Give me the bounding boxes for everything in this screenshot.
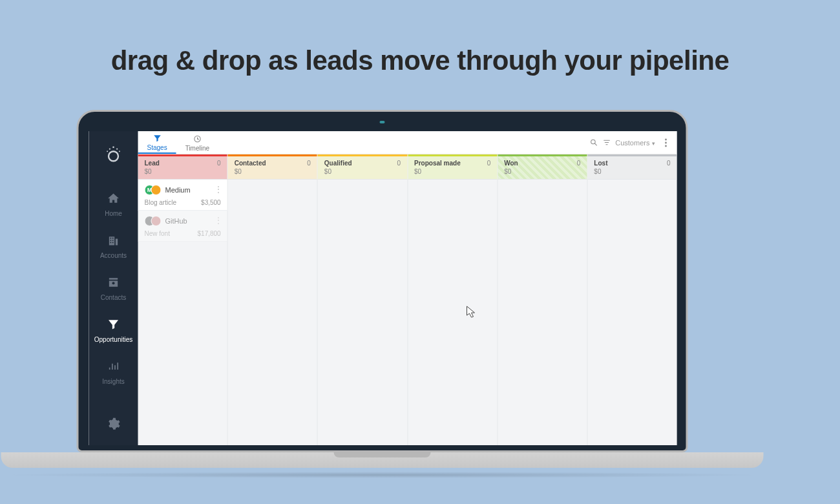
svg-point-7 bbox=[591, 140, 596, 144]
card-amount: $3,500 bbox=[201, 199, 221, 206]
svg-point-4 bbox=[107, 151, 108, 152]
stage-count: 0 bbox=[577, 160, 581, 167]
stage-amount: $0 bbox=[504, 168, 580, 175]
stage-color-bar bbox=[318, 154, 407, 156]
search-icon[interactable] bbox=[589, 138, 598, 147]
chevron-down-icon: ▾ bbox=[652, 140, 655, 147]
laptop-base bbox=[1, 452, 764, 468]
svg-point-5 bbox=[119, 151, 120, 152]
svg-point-2 bbox=[109, 148, 110, 149]
insights-icon bbox=[106, 359, 121, 374]
stage-name: Qualified bbox=[324, 160, 401, 167]
stage-header: Proposal made 0 $0 bbox=[408, 154, 497, 180]
avatar-badge bbox=[151, 216, 162, 226]
svg-point-10 bbox=[665, 145, 667, 147]
avatar-badge bbox=[151, 185, 162, 195]
sidebar-item-opportunities[interactable]: Opportunities bbox=[89, 310, 138, 352]
tab-timeline[interactable]: Timeline bbox=[176, 132, 218, 153]
stage-amount: $0 bbox=[414, 168, 490, 175]
stage-column-contacted[interactable]: Contacted 0 $0 bbox=[228, 154, 318, 445]
stage-header: Qualified 0 $0 bbox=[318, 154, 407, 180]
card-desc: Blog article bbox=[145, 199, 176, 206]
card-more-icon[interactable]: ⋮ bbox=[215, 216, 222, 225]
stage-color-bar bbox=[138, 154, 227, 156]
stage-name: Won bbox=[504, 160, 580, 167]
topbar: Stages Timeline bbox=[138, 131, 677, 154]
card-amount: $17,800 bbox=[198, 230, 221, 237]
stage-count: 0 bbox=[667, 160, 671, 167]
clock-icon bbox=[193, 134, 202, 143]
stage-column-lead[interactable]: Lead 0 $0 M Mediu bbox=[138, 154, 228, 445]
pipeline-board: Lead 0 $0 M Mediu bbox=[138, 154, 677, 445]
stage-color-bar bbox=[228, 154, 317, 156]
stage-header: Lost 0 $0 bbox=[587, 154, 677, 180]
stage-header: Won 0 $0 bbox=[498, 154, 587, 180]
stage-amount: $0 bbox=[145, 168, 221, 175]
settings-icon[interactable] bbox=[107, 422, 121, 433]
card-more-icon[interactable]: ⋮ bbox=[215, 185, 222, 194]
home-icon bbox=[106, 191, 121, 206]
stage-color-bar bbox=[408, 154, 497, 156]
svg-point-0 bbox=[109, 151, 118, 161]
sidebar-item-label: Accounts bbox=[100, 252, 127, 259]
filter-dropdown[interactable]: Customers ▾ bbox=[615, 139, 655, 147]
sidebar-item-contacts[interactable]: Contacts bbox=[89, 268, 138, 310]
card-avatars: M bbox=[145, 185, 162, 195]
stage-amount: $0 bbox=[324, 168, 401, 175]
card-avatars bbox=[145, 216, 162, 226]
stage-name: Contacted bbox=[235, 160, 311, 167]
sidebar-item-home[interactable]: Home bbox=[89, 184, 138, 226]
sidebar-item-label: Opportunities bbox=[94, 336, 132, 343]
stage-color-bar bbox=[498, 154, 587, 156]
sidebar-item-label: Home bbox=[105, 210, 122, 217]
laptop-mockup: Home Accounts Contacts bbox=[77, 110, 764, 478]
stage-header: Contacted 0 $0 bbox=[228, 154, 317, 180]
stage-column-proposal[interactable]: Proposal made 0 $0 bbox=[408, 154, 498, 445]
main: Stages Timeline bbox=[138, 131, 677, 445]
app-logo-icon bbox=[104, 144, 123, 163]
stage-column-qualified[interactable]: Qualified 0 $0 bbox=[318, 154, 408, 445]
laptop-notch bbox=[334, 452, 431, 457]
tab-stages[interactable]: Stages bbox=[138, 131, 176, 154]
sidebar-item-label: Insights bbox=[102, 378, 124, 385]
stage-column-lost[interactable]: Lost 0 $0 bbox=[587, 154, 677, 445]
card-account: Medium bbox=[165, 186, 191, 194]
stage-header: Lead 0 $0 bbox=[138, 154, 227, 180]
filter-name: Customers bbox=[615, 139, 649, 147]
sidebar-item-label: Contacts bbox=[101, 294, 126, 301]
app-screen: Home Accounts Contacts bbox=[89, 131, 677, 445]
stage-count: 0 bbox=[217, 160, 221, 167]
more-icon[interactable] bbox=[662, 138, 671, 147]
sidebar-item-accounts[interactable]: Accounts bbox=[89, 226, 138, 268]
stage-count: 0 bbox=[397, 160, 401, 167]
card-desc: New font bbox=[145, 230, 170, 237]
stage-name: Lead bbox=[145, 160, 221, 167]
stage-count: 0 bbox=[487, 160, 491, 167]
tab-label: Timeline bbox=[185, 145, 209, 152]
tab-label: Stages bbox=[147, 144, 167, 151]
svg-point-1 bbox=[112, 146, 114, 148]
sidebar: Home Accounts Contacts bbox=[89, 131, 138, 445]
sidebar-item-insights[interactable]: Insights bbox=[89, 352, 138, 394]
stage-amount: $0 bbox=[235, 168, 311, 175]
opportunity-card[interactable]: M Medium ⋮ Blog article $3,500 bbox=[138, 180, 227, 211]
building-icon bbox=[106, 233, 121, 248]
filter-icon[interactable] bbox=[602, 138, 611, 147]
funnel-icon bbox=[106, 317, 121, 332]
stage-amount: $0 bbox=[594, 168, 670, 175]
contact-icon bbox=[106, 275, 121, 290]
stage-count: 0 bbox=[307, 160, 311, 167]
svg-point-3 bbox=[116, 148, 118, 149]
funnel-small-icon bbox=[152, 134, 162, 143]
svg-point-9 bbox=[665, 142, 667, 143]
stage-color-bar bbox=[587, 154, 677, 156]
hero-caption: drag & drop as leads move through your p… bbox=[0, 0, 840, 76]
card-account: GitHub bbox=[165, 217, 187, 225]
svg-point-8 bbox=[665, 138, 667, 140]
opportunity-card[interactable]: GitHub ⋮ New font $17,800 bbox=[138, 211, 227, 242]
stage-column-won[interactable]: Won 0 $0 bbox=[498, 154, 587, 445]
laptop-shadow bbox=[1, 472, 764, 478]
laptop-camera-dot bbox=[380, 121, 385, 123]
stage-name: Lost bbox=[594, 160, 670, 167]
stage-name: Proposal made bbox=[414, 160, 490, 167]
